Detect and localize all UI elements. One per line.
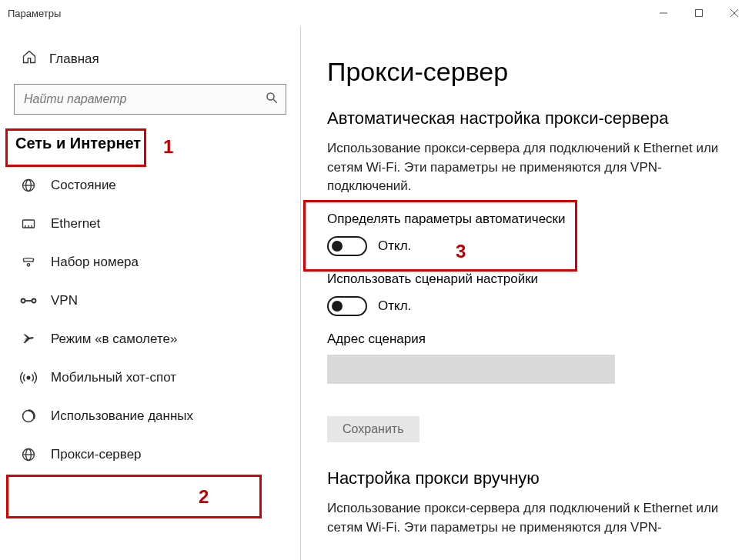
proxy-icon	[20, 446, 37, 463]
manual-description: Использование прокси-сервера для подключ…	[327, 499, 720, 537]
setup-script-toggle[interactable]	[327, 296, 367, 316]
sidebar-item-label: Режим «в самолете»	[51, 332, 177, 347]
script-address-block: Адрес сценария	[327, 332, 721, 384]
auto-detect-label: Определять параметры автоматически	[327, 212, 721, 227]
svg-rect-1	[696, 10, 703, 17]
window-title: Параметры	[8, 8, 61, 19]
auto-detect-block: Определять параметры автоматически Откл.	[327, 212, 721, 256]
setup-script-block: Использовать сценарий настройки Откл.	[327, 272, 721, 316]
auto-detect-toggle[interactable]	[327, 236, 367, 256]
sidebar-item-label: VPN	[51, 293, 78, 308]
sidebar-item-vpn[interactable]: VPN	[0, 282, 300, 320]
minimize-button[interactable]	[646, 0, 681, 26]
search-wrap	[14, 84, 286, 115]
sidebar-nav: Состояние Ethernet Набор номера	[0, 166, 300, 474]
search-input[interactable]	[14, 84, 286, 115]
dialup-icon	[20, 254, 37, 271]
setup-script-label: Использовать сценарий настройки	[327, 272, 721, 287]
auto-heading: Автоматическая настройка прокси-сервера	[327, 108, 721, 128]
sidebar-item-label: Ethernet	[51, 216, 100, 232]
ethernet-icon	[20, 215, 37, 232]
svg-point-4	[267, 93, 274, 100]
script-address-input[interactable]	[327, 355, 615, 384]
maximize-button[interactable]	[681, 0, 717, 26]
main-content: Прокси-сервер Автоматическая настройка п…	[301, 26, 752, 560]
sidebar-item-ethernet[interactable]: Ethernet	[0, 205, 300, 243]
svg-point-13	[27, 264, 29, 266]
auto-detect-state: Откл.	[378, 238, 411, 254]
svg-line-5	[273, 99, 277, 103]
close-button[interactable]	[717, 0, 752, 26]
sidebar-item-data-usage[interactable]: Использование данных	[0, 397, 300, 435]
script-address-label: Адрес сценария	[327, 332, 721, 347]
sidebar-item-proxy[interactable]: Прокси-сервер	[0, 435, 300, 474]
sidebar-item-label: Набор номера	[51, 255, 139, 270]
window-controls	[646, 0, 752, 26]
svg-point-14	[22, 299, 25, 303]
search-icon	[265, 91, 279, 108]
titlebar: Параметры	[0, 0, 752, 26]
sidebar-item-label: Использование данных	[51, 408, 193, 424]
vpn-icon	[20, 292, 37, 309]
sidebar-item-airplane[interactable]: Режим «в самолете»	[0, 320, 300, 358]
sidebar: Главная Сеть и Интернет Состояние	[0, 26, 301, 560]
svg-point-15	[32, 299, 36, 303]
airplane-icon	[20, 331, 37, 348]
sidebar-item-label: Мобильный хот-спот	[51, 370, 176, 385]
page-title: Прокси-сервер	[327, 57, 721, 87]
sidebar-item-dialup[interactable]: Набор номера	[0, 243, 300, 282]
sidebar-home-label: Главная	[49, 52, 99, 67]
hotspot-icon	[20, 369, 37, 386]
svg-point-17	[27, 376, 30, 379]
sidebar-section-heading: Сеть и Интернет	[0, 128, 300, 160]
home-icon	[22, 49, 37, 68]
sidebar-item-status[interactable]: Состояние	[0, 166, 300, 205]
sidebar-item-label: Прокси-сервер	[51, 447, 142, 462]
globe-icon	[20, 177, 37, 194]
auto-description: Использование прокси-сервера для подключ…	[327, 139, 720, 196]
setup-script-state: Откл.	[378, 298, 411, 314]
sidebar-item-label: Состояние	[51, 178, 116, 193]
save-button[interactable]: Сохранить	[327, 416, 419, 442]
sidebar-item-hotspot[interactable]: Мобильный хот-спот	[0, 358, 300, 397]
sidebar-home[interactable]: Главная	[0, 42, 300, 84]
data-usage-icon	[20, 408, 37, 425]
manual-heading: Настройка прокси вручную	[327, 468, 721, 488]
